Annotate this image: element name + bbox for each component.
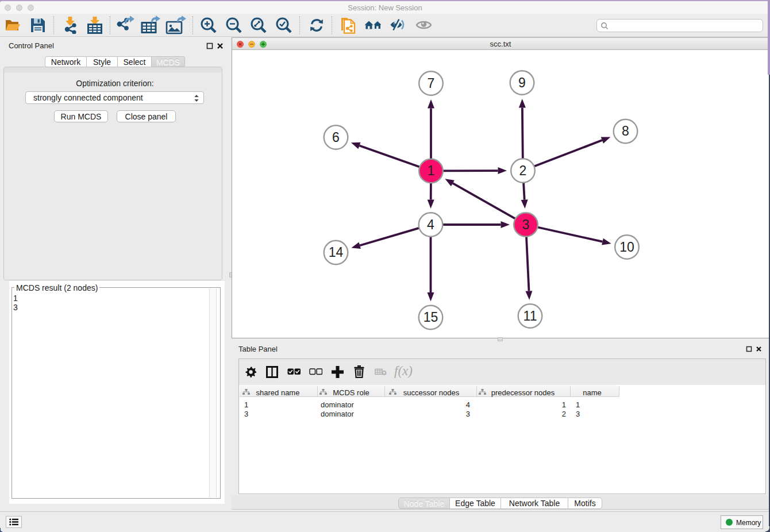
svg-text:7: 7 — [428, 76, 435, 91]
svg-text:9: 9 — [518, 75, 526, 90]
svg-text:6: 6 — [332, 130, 340, 145]
svg-text:3: 3 — [522, 217, 530, 232]
svg-text:11: 11 — [523, 309, 537, 323]
svg-text:8: 8 — [622, 124, 629, 138]
svg-text:4: 4 — [427, 217, 434, 232]
svg-text:10: 10 — [619, 240, 634, 255]
svg-text:2: 2 — [519, 163, 527, 178]
svg-text:1: 1 — [428, 163, 435, 178]
svg-text:14: 14 — [329, 245, 344, 260]
svg-text:15: 15 — [424, 310, 438, 325]
